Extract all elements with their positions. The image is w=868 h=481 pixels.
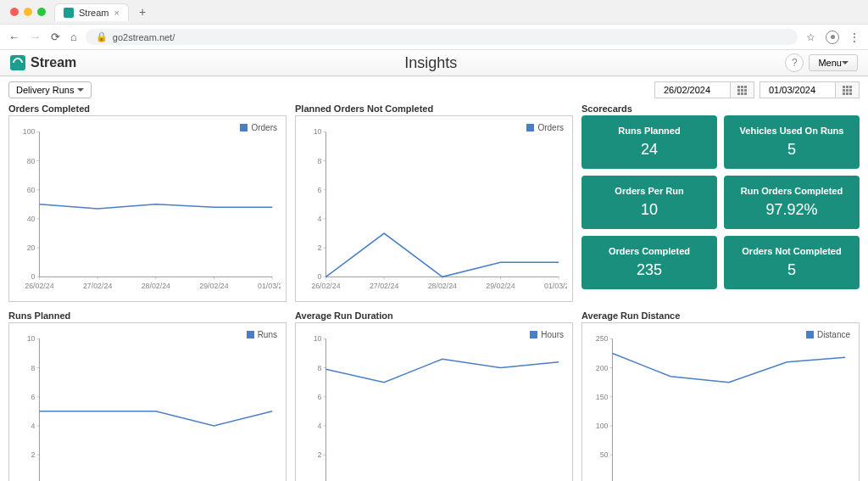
legend-swatch xyxy=(530,331,537,338)
scorecard-value: 10 xyxy=(588,201,710,219)
home-icon[interactable]: ⌂ xyxy=(70,31,77,43)
tab-bar: Stream × + xyxy=(0,0,868,24)
page-title: Insights xyxy=(404,54,457,72)
date-from-input[interactable] xyxy=(654,81,731,98)
chevron-down-icon xyxy=(77,85,84,95)
svg-text:200: 200 xyxy=(596,363,609,372)
scorecard-vehicles-used: Vehicles Used On Runs 5 xyxy=(724,115,860,169)
scorecards-panel: Scorecards Runs Planned 24 Vehicles Used… xyxy=(581,103,860,302)
legend-label: Distance xyxy=(817,330,850,339)
svg-text:27/02/24: 27/02/24 xyxy=(83,282,112,290)
browser-tab[interactable]: Stream × xyxy=(54,3,129,21)
svg-text:4: 4 xyxy=(318,422,322,430)
url-field[interactable]: 🔒 go2stream.net/ xyxy=(86,29,798,45)
chart-title: Planned Orders Not Completed xyxy=(295,103,573,114)
date-to-input[interactable] xyxy=(760,81,836,98)
chart-legend: Hours xyxy=(530,330,564,339)
legend-swatch xyxy=(240,124,248,131)
svg-text:2: 2 xyxy=(318,450,322,459)
maximize-window-icon[interactable] xyxy=(37,8,46,16)
svg-text:8: 8 xyxy=(318,363,322,372)
view-selector[interactable]: Delivery Runs xyxy=(8,81,92,98)
profile-icon[interactable] xyxy=(826,31,839,44)
legend-label: Runs xyxy=(258,330,277,339)
scorecard-label: Orders Not Completed xyxy=(731,246,853,256)
legend-swatch xyxy=(806,331,814,338)
scorecard-value: 5 xyxy=(731,261,853,279)
scorecard-runs-planned: Runs Planned 24 xyxy=(581,115,717,169)
svg-text:4: 4 xyxy=(318,215,322,223)
reload-icon[interactable]: ⟳ xyxy=(51,31,60,43)
svg-text:26/02/24: 26/02/24 xyxy=(311,282,340,290)
svg-text:0: 0 xyxy=(318,272,322,281)
svg-text:150: 150 xyxy=(596,393,609,401)
svg-text:01/03/24: 01/03/24 xyxy=(258,282,281,290)
kebab-menu-icon[interactable]: ⋮ xyxy=(849,31,860,43)
calendar-icon xyxy=(737,86,747,95)
chart-legend: Runs xyxy=(247,330,277,339)
chart-avg-duration: Average Run Duration 024681026/02/2427/0… xyxy=(295,310,573,481)
scorecard-run-orders-completed: Run Orders Completed 97.92% xyxy=(724,176,860,229)
scorecard-label: Orders Per Run xyxy=(588,186,710,196)
calendar-icon xyxy=(843,86,852,95)
scorecard-label: Runs Planned xyxy=(588,126,710,136)
scorecards-grid: Runs Planned 24 Vehicles Used On Runs 5 … xyxy=(581,115,860,289)
window-controls[interactable] xyxy=(7,8,49,16)
close-window-icon[interactable] xyxy=(10,8,19,16)
svg-text:100: 100 xyxy=(596,422,609,430)
dashboard-grid: Orders Completed 02040608010026/02/2427/… xyxy=(0,103,868,481)
new-tab-button[interactable]: + xyxy=(134,5,151,19)
address-bar: ← → ⟳ ⌂ 🔒 go2stream.net/ ☆ ⋮ xyxy=(0,24,868,49)
brand-icon xyxy=(10,55,25,70)
scorecard-value: 24 xyxy=(588,141,710,159)
menu-button[interactable]: Menu xyxy=(809,54,858,71)
svg-text:01/03/24: 01/03/24 xyxy=(544,282,567,290)
scorecard-label: Run Orders Completed xyxy=(731,186,853,196)
svg-text:10: 10 xyxy=(27,334,36,343)
lock-icon: 🔒 xyxy=(96,31,108,42)
svg-text:6: 6 xyxy=(318,186,322,194)
chart-avg-distance: Average Run Distance 05010015020025026/0… xyxy=(581,310,860,481)
browser-chrome: Stream × + ← → ⟳ ⌂ 🔒 go2stream.net/ ☆ ⋮ xyxy=(0,0,868,50)
svg-text:27/02/24: 27/02/24 xyxy=(370,282,398,290)
scorecard-label: Vehicles Used On Runs xyxy=(731,126,853,136)
legend-swatch xyxy=(526,124,534,131)
svg-text:29/02/24: 29/02/24 xyxy=(486,282,515,290)
scorecard-orders-completed: Orders Completed 235 xyxy=(581,236,717,289)
tab-favicon xyxy=(64,8,74,18)
url-text: go2stream.net/ xyxy=(113,32,175,42)
help-button[interactable]: ? xyxy=(785,53,804,72)
svg-text:6: 6 xyxy=(31,393,36,401)
date-range xyxy=(654,81,860,98)
scorecard-value: 235 xyxy=(588,261,710,279)
view-selector-label: Delivery Runs xyxy=(16,85,74,95)
date-to-calendar-button[interactable] xyxy=(836,81,860,98)
chart-title: Average Run Duration xyxy=(295,310,573,321)
back-icon[interactable]: ← xyxy=(8,31,19,43)
forward-icon[interactable]: → xyxy=(30,31,41,43)
svg-text:250: 250 xyxy=(596,334,609,343)
minimize-window-icon[interactable] xyxy=(24,8,32,16)
svg-text:8: 8 xyxy=(31,363,36,372)
scorecard-value: 97.92% xyxy=(731,201,853,219)
star-icon[interactable]: ☆ xyxy=(806,31,815,43)
date-from-calendar-button[interactable] xyxy=(731,81,754,98)
svg-text:50: 50 xyxy=(600,450,609,459)
svg-text:2: 2 xyxy=(318,243,322,252)
scorecard-value: 5 xyxy=(731,141,853,159)
svg-text:20: 20 xyxy=(27,243,36,252)
svg-text:26/02/24: 26/02/24 xyxy=(25,282,53,290)
scorecards-title: Scorecards xyxy=(581,103,860,114)
svg-text:10: 10 xyxy=(314,127,322,136)
svg-text:40: 40 xyxy=(27,215,36,223)
chart-orders-completed: Orders Completed 02040608010026/02/2427/… xyxy=(8,103,287,302)
tab-title: Stream xyxy=(79,8,108,18)
close-tab-icon[interactable]: × xyxy=(114,8,119,18)
svg-text:0: 0 xyxy=(31,272,36,281)
chart-legend: Distance xyxy=(806,330,850,339)
chart-runs-planned: Runs Planned 024681026/02/2427/02/2428/0… xyxy=(8,310,287,481)
brand[interactable]: Stream xyxy=(10,55,76,70)
svg-text:28/02/24: 28/02/24 xyxy=(142,282,170,290)
legend-label: Orders xyxy=(537,123,564,132)
svg-text:100: 100 xyxy=(23,127,36,136)
